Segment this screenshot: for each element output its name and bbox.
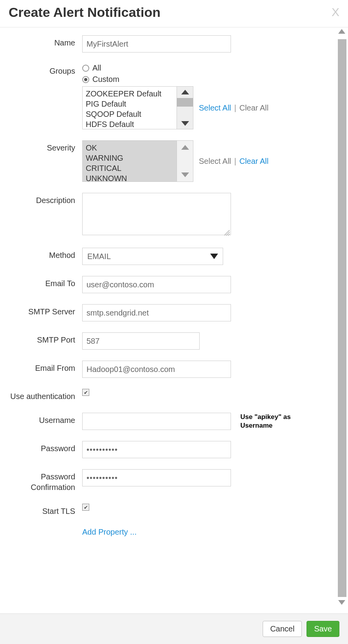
groups-listbox[interactable]: ZOOKEEPER Default PIG Default SQOOP Defa… <box>82 86 193 129</box>
password-input[interactable] <box>82 441 231 458</box>
list-item[interactable]: CRITICAL <box>86 163 173 173</box>
list-item[interactable]: UNKNOWN <box>86 173 173 181</box>
groups-radio-all-label: All <box>92 63 101 73</box>
start-tls-checkbox[interactable] <box>82 504 89 511</box>
groups-radio-all[interactable] <box>82 65 89 72</box>
modal-body: Name Groups All Custom <box>0 27 348 613</box>
list-item[interactable]: SQOOP Default <box>86 109 173 119</box>
groups-clear-all-link[interactable]: Clear All <box>239 103 268 112</box>
groups-scroll-thumb[interactable] <box>177 98 193 107</box>
smtp-port-input[interactable] <box>82 332 200 350</box>
email-from-input[interactable] <box>82 361 231 378</box>
description-textarea[interactable] <box>82 193 231 235</box>
email-to-input[interactable] <box>82 276 231 293</box>
cancel-button[interactable]: Cancel <box>263 621 302 637</box>
modal-footer: Cancel Save <box>0 613 348 644</box>
smtp-server-input[interactable] <box>82 304 231 321</box>
use-auth-label: Use authentication <box>8 389 82 402</box>
name-input[interactable] <box>82 35 231 53</box>
smtp-port-label: SMTP Port <box>8 332 82 345</box>
password-confirm-input[interactable] <box>82 469 231 486</box>
method-select[interactable]: EMAIL <box>82 248 223 265</box>
smtp-server-label: SMTP Server <box>8 304 82 317</box>
close-icon[interactable]: X <box>332 5 339 18</box>
method-select-value: EMAIL <box>87 252 111 261</box>
description-label: Description <box>8 193 82 206</box>
list-item[interactable]: WARNING <box>86 153 173 163</box>
password-label: Password <box>8 441 82 454</box>
severity-label: Severity <box>8 140 82 153</box>
start-tls-label: Start TLS <box>8 504 82 517</box>
groups-radio-custom[interactable] <box>82 76 89 83</box>
save-button[interactable]: Save <box>307 621 339 637</box>
separator: | <box>234 157 236 166</box>
add-property-link[interactable]: Add Property ... <box>82 528 137 537</box>
groups-scroll-up-icon[interactable] <box>177 87 193 98</box>
svg-marker-6 <box>210 254 218 259</box>
list-item[interactable]: ZOOKEEPER Default <box>86 89 173 99</box>
create-alert-modal: Create Alert Notification X Name Groups … <box>0 0 348 644</box>
list-item[interactable]: HDFS Default <box>86 119 173 129</box>
svg-marker-2 <box>181 90 189 94</box>
chevron-down-icon <box>210 252 218 261</box>
method-label: Method <box>8 248 82 261</box>
severity-scroll-up-icon[interactable] <box>177 141 193 154</box>
severity-scroll-down-icon[interactable] <box>177 168 193 181</box>
username-label: Username <box>8 413 82 426</box>
groups-scroll-down-icon[interactable] <box>177 118 193 129</box>
svg-marker-3 <box>181 121 189 126</box>
name-label: Name <box>8 35 82 48</box>
severity-listbox[interactable]: OK WARNING CRITICAL UNKNOWN <box>82 140 193 182</box>
username-input[interactable] <box>82 413 231 430</box>
severity-select-all-link[interactable]: Select All <box>199 157 231 166</box>
email-to-label: Email To <box>8 276 82 289</box>
groups-radio-custom-label: Custom <box>92 75 119 84</box>
separator: | <box>234 103 236 112</box>
email-from-label: Email From <box>8 361 82 374</box>
use-auth-checkbox[interactable] <box>82 389 89 396</box>
list-item[interactable]: PIG Default <box>86 99 173 109</box>
groups-select-all-link[interactable]: Select All <box>199 103 231 112</box>
password-confirm-label: Password Confirmation <box>8 469 82 493</box>
svg-marker-5 <box>181 172 189 177</box>
groups-label: Groups <box>8 63 82 76</box>
list-item[interactable]: OK <box>86 143 173 153</box>
svg-marker-4 <box>181 145 189 150</box>
username-hint: Use "apikey" as Username <box>240 413 307 430</box>
modal-title: Create Alert Notification <box>9 5 160 20</box>
severity-clear-all-link[interactable]: Clear All <box>239 157 268 166</box>
modal-header: Create Alert Notification X <box>0 0 348 27</box>
